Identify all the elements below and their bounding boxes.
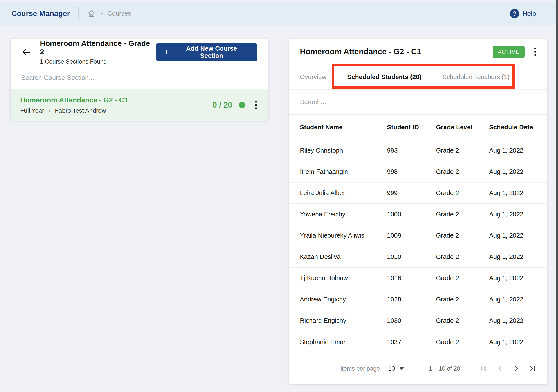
back-button[interactable] <box>20 46 33 58</box>
grade-level-cell: Grade 2 <box>436 267 489 289</box>
student-name-cell: Leira Julia Albert <box>289 182 387 204</box>
student-name-cell: Tj Kuena Bolbuw <box>289 267 387 289</box>
grade-level-cell: Grade 2 <box>436 225 489 246</box>
course-sections-panel: Homeroom Attendance - Grade 2 1 Course S… <box>10 39 268 121</box>
course-section-search-input[interactable] <box>21 74 258 81</box>
course-sections-count: 1 Course Sections Found <box>40 58 156 65</box>
course-item-subtitle: Full Year Fabro Test Andrew <box>20 107 128 114</box>
course-item-teacher: Fabro Test Andrew <box>55 107 106 114</box>
help-label: Help <box>523 10 536 17</box>
course-item-meta: 0 / 20 <box>212 99 259 111</box>
course-section-item[interactable]: Homeroom Attendance - G2 - C1 Full Year … <box>10 89 268 121</box>
window-edge <box>556 0 558 392</box>
table-row: Yowena Ereichy 1000 Grade 2 Aug 1, 2022 <box>289 204 548 225</box>
breadcrumb: • Courses <box>87 9 131 18</box>
chevron-left-icon <box>495 364 505 373</box>
student-id-cell: 999 <box>387 182 436 204</box>
students-table: Student Name Student ID Grade Level Sche… <box>289 115 548 352</box>
course-title: Homeroom Attendance - Grade 2 <box>40 39 156 56</box>
course-section-detail-panel: Homeroom Attendance - G2 - C1 ACTIVE Ove… <box>289 39 548 384</box>
add-new-course-section-button[interactable]: + Add New Course Section <box>156 43 257 61</box>
student-search-input[interactable] <box>300 98 536 106</box>
next-page-button[interactable] <box>511 363 522 374</box>
table-row: Yraila Nieoureky Aliwis 1009 Grade 2 Aug… <box>289 225 548 246</box>
first-page-icon <box>479 364 489 373</box>
kebab-icon <box>534 48 536 49</box>
pagination-controls <box>479 363 538 374</box>
column-schedule-date: Schedule Date <box>489 115 548 140</box>
help-button[interactable]: ? Help <box>510 9 536 18</box>
table-row: Itrem Fathaangin 998 Grade 2 Aug 1, 2022 <box>289 161 548 182</box>
schedule-date-cell: Aug 1, 2022 <box>489 246 548 267</box>
course-item-menu-button[interactable] <box>253 99 259 111</box>
previous-page-button <box>495 363 505 374</box>
header-divider <box>78 7 78 20</box>
column-student-id: Student ID <box>387 115 436 140</box>
home-icon[interactable] <box>87 9 96 18</box>
student-name-cell: Richard Engichy <box>289 310 387 331</box>
last-page-icon <box>528 364 537 373</box>
student-id-cell: 1028 <box>387 289 436 310</box>
column-student-name: Student Name <box>289 115 387 140</box>
pagination-bar: items per page 10 1 – 10 of 20 <box>289 352 548 384</box>
items-per-page-value: 10 <box>388 365 395 372</box>
schedule-date-cell: Aug 1, 2022 <box>489 161 548 182</box>
back-arrow-icon <box>21 47 31 57</box>
enrollment-count: 0 / 20 <box>212 100 232 110</box>
student-id-cell: 993 <box>387 140 436 161</box>
status-badge: ACTIVE <box>493 46 525 58</box>
student-name-cell: Itrem Fathaangin <box>289 161 387 182</box>
student-id-cell: 1037 <box>387 331 436 352</box>
student-name-cell: Kazah Desilva <box>289 246 387 267</box>
detail-header-actions: ACTIVE <box>493 46 538 58</box>
grade-level-cell: Grade 2 <box>436 140 489 161</box>
student-id-cell: 1016 <box>387 267 436 289</box>
chevron-right-icon <box>512 364 521 373</box>
student-table-body: Riley Christoph 993 Grade 2 Aug 1, 2022 … <box>289 140 548 352</box>
dropdown-arrow-icon <box>399 367 404 370</box>
tab-scheduled-teachers[interactable]: Scheduled Teachers (1) <box>442 65 509 89</box>
dot-separator-icon <box>49 110 51 112</box>
kebab-icon <box>255 101 257 103</box>
student-id-cell: 1000 <box>387 204 436 225</box>
schedule-date-cell: Aug 1, 2022 <box>489 289 548 310</box>
detail-menu-button[interactable] <box>532 46 538 58</box>
grade-level-cell: Grade 2 <box>436 182 489 204</box>
help-icon: ? <box>510 9 519 18</box>
tab-overview[interactable]: Overview <box>300 65 326 89</box>
items-per-page-label: items per page <box>341 365 380 372</box>
schedule-date-cell: Aug 1, 2022 <box>489 225 548 246</box>
student-id-cell: 1010 <box>387 246 436 267</box>
schedule-date-cell: Aug 1, 2022 <box>489 331 548 352</box>
grade-level-cell: Grade 2 <box>436 161 489 182</box>
student-id-cell: 998 <box>387 161 436 182</box>
breadcrumb-current: Courses <box>108 10 131 17</box>
active-status-dot-icon <box>239 102 245 108</box>
student-name-cell: Yraila Nieoureky Aliwis <box>289 225 387 246</box>
breadcrumb-separator-icon: • <box>101 11 103 17</box>
last-page-button[interactable] <box>527 363 538 374</box>
student-id-cell: 1030 <box>387 310 436 331</box>
grade-level-cell: Grade 2 <box>436 289 489 310</box>
column-grade-level: Grade Level <box>436 115 489 140</box>
table-row: Richard Engichy 1030 Grade 2 Aug 1, 2022 <box>289 310 548 331</box>
detail-title: Homeroom Attendance - G2 - C1 <box>300 47 421 56</box>
course-sections-header: Homeroom Attendance - Grade 2 1 Course S… <box>10 39 268 66</box>
table-row: Kazah Desilva 1010 Grade 2 Aug 1, 2022 <box>289 246 548 267</box>
schedule-date-cell: Aug 1, 2022 <box>489 310 548 331</box>
student-name-cell: Yowena Ereichy <box>289 204 387 225</box>
schedule-date-cell: Aug 1, 2022 <box>489 182 548 204</box>
pagination-range: 1 – 10 of 20 <box>429 365 460 372</box>
grade-level-cell: Grade 2 <box>436 204 489 225</box>
items-per-page-select[interactable]: 10 <box>388 365 404 372</box>
course-section-search-row <box>10 66 268 89</box>
first-page-button <box>479 363 489 374</box>
tab-scheduled-students[interactable]: Scheduled Students (20) <box>338 65 431 89</box>
plus-icon: + <box>164 47 169 56</box>
student-search-row <box>289 90 548 115</box>
table-row: Tj Kuena Bolbuw 1016 Grade 2 Aug 1, 2022 <box>289 267 548 289</box>
student-id-cell: 1009 <box>387 225 436 246</box>
schedule-date-cell: Aug 1, 2022 <box>489 204 548 225</box>
schedule-date-cell: Aug 1, 2022 <box>489 140 548 161</box>
table-row: Riley Christoph 993 Grade 2 Aug 1, 2022 <box>289 140 548 161</box>
